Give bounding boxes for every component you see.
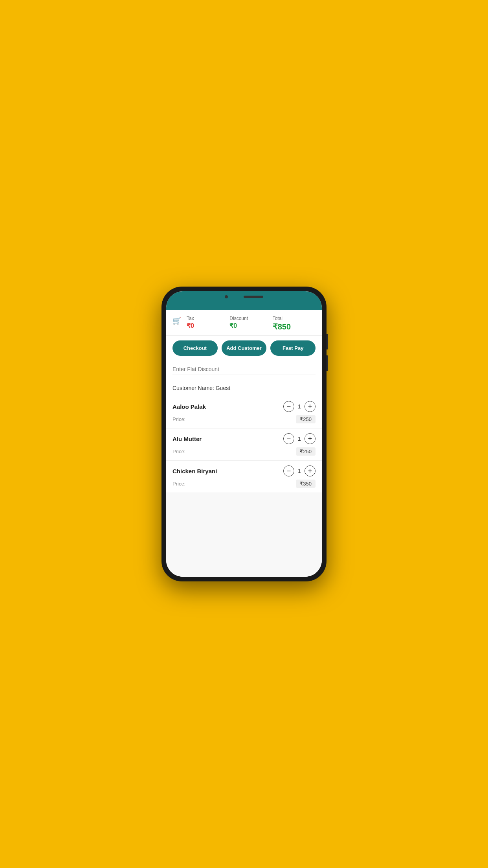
tax-label: Tax: [187, 316, 194, 321]
total-label: Total: [273, 316, 283, 321]
customer-name-row: Customer Name: Guest: [166, 380, 322, 396]
item-3-price-label: Price:: [172, 481, 185, 487]
discount-value: ₹0: [229, 322, 237, 329]
total-value: ₹850: [273, 322, 291, 331]
phone-inner: 🛒 Tax ₹0 Discount ₹0 Total ₹850: [166, 291, 322, 577]
order-item-2-top: Alu Mutter − 1 +: [172, 433, 316, 444]
fast-pay-button[interactable]: Fast Pay: [270, 340, 316, 356]
discount-input-wrap: [166, 360, 322, 380]
item-1-price: ₹250: [296, 415, 316, 423]
item-2-price-label: Price:: [172, 449, 185, 454]
item-2-increase-button[interactable]: +: [305, 433, 316, 444]
discount-summary: Discount ₹0: [229, 316, 272, 329]
order-item-3: Chicken Biryani − 1 + Price: ₹350: [166, 461, 322, 493]
cart-icon-wrap: 🛒: [172, 316, 181, 325]
item-1-qty-controls: − 1 +: [283, 401, 316, 412]
order-item-1-bottom: Price: ₹250: [172, 415, 316, 423]
item-3-decrease-button[interactable]: −: [283, 465, 294, 476]
item-1-price-label: Price:: [172, 416, 185, 422]
order-item-1-top: Aaloo Palak − 1 +: [172, 401, 316, 412]
discount-label: Discount: [229, 316, 248, 321]
add-customer-button[interactable]: Add Customer: [222, 340, 267, 356]
tax-value: ₹0: [187, 322, 194, 329]
camera-dot: [225, 295, 228, 298]
content-area: 🛒 Tax ₹0 Discount ₹0 Total ₹850: [166, 310, 322, 577]
order-item-2: Alu Mutter − 1 + Price: ₹250: [166, 428, 322, 461]
item-2-name: Alu Mutter: [172, 436, 202, 442]
action-buttons-row: Checkout Add Customer Fast Pay: [166, 336, 322, 360]
checkout-button[interactable]: Checkout: [172, 340, 218, 356]
item-2-qty-controls: − 1 +: [283, 433, 316, 444]
cart-icon: 🛒: [172, 316, 181, 325]
item-1-name: Aaloo Palak: [172, 403, 206, 410]
customer-name-value: Guest: [216, 385, 230, 391]
speaker-grille: [244, 296, 263, 298]
order-item-2-bottom: Price: ₹250: [172, 447, 316, 456]
item-2-decrease-button[interactable]: −: [283, 433, 294, 444]
customer-name-label: Customer Name:: [172, 385, 214, 391]
order-item-3-top: Chicken Biryani − 1 +: [172, 465, 316, 476]
item-2-price: ₹250: [296, 447, 316, 456]
screen: 🛒 Tax ₹0 Discount ₹0 Total ₹850: [166, 291, 322, 577]
summary-row: 🛒 Tax ₹0 Discount ₹0 Total ₹850: [166, 310, 322, 336]
bottom-space: [166, 493, 322, 577]
item-3-qty: 1: [297, 468, 302, 474]
flat-discount-input[interactable]: [172, 364, 316, 375]
item-1-increase-button[interactable]: +: [305, 401, 316, 412]
item-1-qty: 1: [297, 403, 302, 410]
item-2-qty: 1: [297, 436, 302, 442]
item-1-decrease-button[interactable]: −: [283, 401, 294, 412]
status-bar: [166, 291, 322, 302]
tax-summary: Tax ₹0: [187, 316, 229, 329]
app-header: [166, 302, 322, 310]
item-3-price: ₹350: [296, 480, 316, 488]
item-3-name: Chicken Biryani: [172, 468, 217, 474]
phone-frame: 🛒 Tax ₹0 Discount ₹0 Total ₹850: [161, 287, 327, 581]
order-item-1: Aaloo Palak − 1 + Price: ₹250: [166, 396, 322, 428]
total-summary: Total ₹850: [273, 316, 316, 331]
order-item-3-bottom: Price: ₹350: [172, 480, 316, 488]
item-3-qty-controls: − 1 +: [283, 465, 316, 476]
item-3-increase-button[interactable]: +: [305, 465, 316, 476]
